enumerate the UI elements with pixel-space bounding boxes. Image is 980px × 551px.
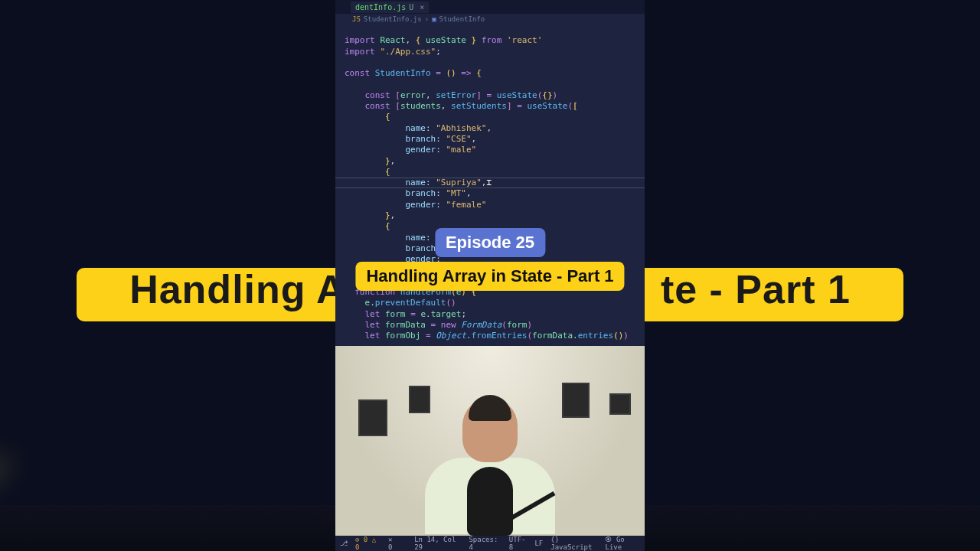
wall-frame [609, 393, 631, 415]
wall-frame [358, 399, 387, 436]
encoding-indicator[interactable]: UTF-8 [509, 536, 528, 551]
chevron-right-icon: › [425, 15, 429, 23]
cursor-position[interactable]: Ln 14, Col 29 [414, 536, 461, 551]
tab-filename: dentInfo.js [355, 3, 406, 11]
language-mode[interactable]: {} JavaScript [550, 536, 597, 551]
problems-indicator[interactable]: ⊘ 0 △ 0 [355, 536, 381, 551]
branch-icon[interactable]: ⎇ [340, 540, 348, 547]
indent-indicator[interactable]: Spaces: 4 [469, 536, 501, 551]
tab-bar: dentInfo.js U × [335, 0, 645, 14]
eol-indicator[interactable]: LF [534, 540, 543, 547]
tab-studentinfo[interactable]: dentInfo.js U × [351, 2, 429, 13]
episode-badge: Episode 25 [435, 228, 545, 257]
code-editor[interactable]: import React, { useState } from 'react' … [335, 24, 645, 346]
status-bar: ⎇ ⊘ 0 △ 0 ✕ 0 Ln 14, Col 29 Spaces: 4 UT… [335, 536, 645, 551]
close-icon[interactable]: × [420, 3, 424, 11]
symbol-icon: ▣ [432, 15, 436, 23]
wall-frame [562, 383, 590, 418]
breadcrumb-file: StudentInfo.js [364, 15, 422, 23]
title-overlay: Episode 25 Handling Array in State - Par… [355, 228, 624, 291]
webcam-feed [335, 346, 645, 536]
breadcrumb[interactable]: JS StudentInfo.js › ▣ StudentInfo [335, 14, 645, 24]
breadcrumb-symbol: StudentInfo [439, 15, 485, 23]
microphone [467, 467, 513, 536]
active-line-highlight [335, 178, 645, 188]
episode-title: Handling Array in State - Part 1 [355, 262, 624, 291]
tab-git-status: U [409, 3, 413, 11]
x-indicator[interactable]: ✕ 0 [388, 536, 399, 551]
go-live-button[interactable]: ⦿ Go Live [605, 536, 640, 551]
js-icon: JS [352, 15, 361, 23]
